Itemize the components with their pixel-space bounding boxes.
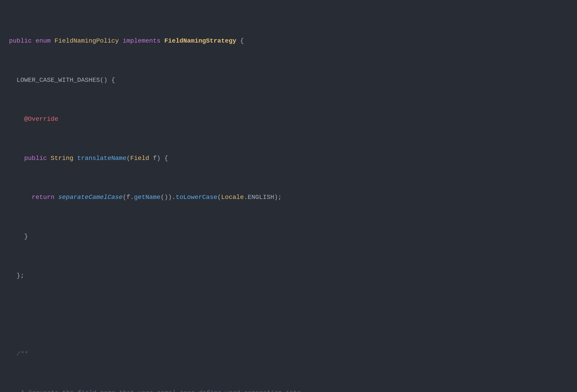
code-line-10: * Converts the field name that uses came… <box>7 388 570 392</box>
code-line-9: /** <box>7 349 570 359</box>
code-line-8 <box>7 310 570 320</box>
code-editor: public enum FieldNamingPolicy implements… <box>0 4 577 392</box>
code-line-6: } <box>7 231 570 241</box>
code-line-1: public enum FieldNamingPolicy implements… <box>7 36 570 46</box>
code-line-4: public String translateName(Field f) { <box>7 153 570 163</box>
code-line-2: LOWER_CASE_WITH_DASHES() { <box>7 75 570 85</box>
code-line-7: }; <box>7 271 570 281</box>
code-line-3: @Override <box>7 114 570 124</box>
code-line-5: return separateCamelCase(f.getName()).to… <box>7 192 570 202</box>
